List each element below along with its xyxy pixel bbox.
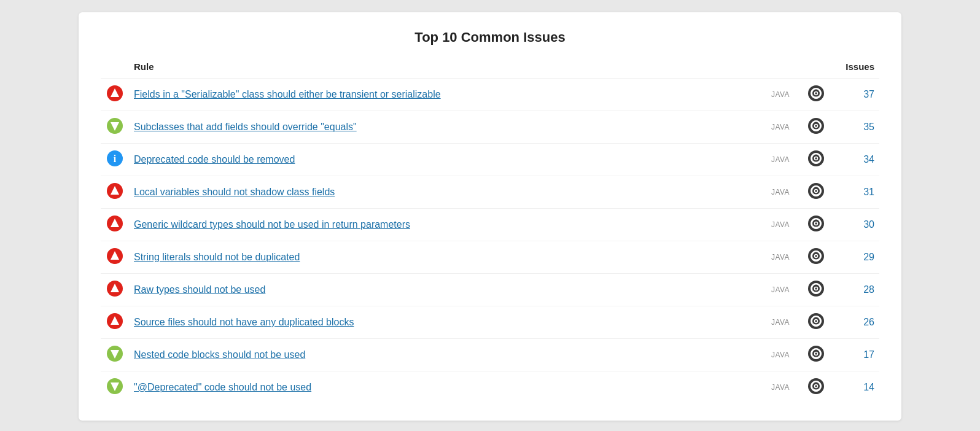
issues-count[interactable]: 17 xyxy=(830,339,879,371)
bug-icon-cell xyxy=(802,274,830,306)
col-icon xyxy=(101,58,129,79)
col-issues: Issues xyxy=(830,58,879,79)
issues-count[interactable]: 14 xyxy=(830,371,879,404)
rule-link[interactable]: Subclasses that add fields should overri… xyxy=(134,122,357,132)
svg-point-11 xyxy=(815,157,818,160)
svg-point-15 xyxy=(815,190,818,193)
col-severity xyxy=(802,58,830,79)
issues-count[interactable]: 35 xyxy=(830,111,879,144)
issues-count[interactable]: 37 xyxy=(830,79,879,111)
svg-point-3 xyxy=(815,92,818,95)
bug-icon-cell xyxy=(802,111,830,144)
rule-link[interactable]: String literals should not be duplicated xyxy=(134,252,300,262)
issues-count[interactable]: 28 xyxy=(830,274,879,306)
lang-badge: JAVA xyxy=(759,339,802,371)
severity-icon-cell xyxy=(101,209,129,241)
bug-icon-cell xyxy=(802,176,830,209)
svg-point-23 xyxy=(815,255,818,258)
table-row: Local variables should not shadow class … xyxy=(101,176,879,209)
severity-icon-cell xyxy=(101,111,129,144)
severity-icon-cell xyxy=(101,371,129,404)
svg-point-31 xyxy=(815,320,818,323)
table-row: Fields in a "Serializable" class should … xyxy=(101,79,879,111)
lang-badge: JAVA xyxy=(759,306,802,339)
table-row: Subclasses that add fields should overri… xyxy=(101,111,879,144)
severity-icon-cell xyxy=(101,274,129,306)
bug-icon-cell xyxy=(802,79,830,111)
bug-icon-cell xyxy=(802,339,830,371)
lang-badge: JAVA xyxy=(759,371,802,404)
lang-badge: JAVA xyxy=(759,209,802,241)
lang-badge: JAVA xyxy=(759,274,802,306)
page-title: Top 10 Common Issues xyxy=(101,29,879,45)
rule-link[interactable]: Raw types should not be used xyxy=(134,284,265,295)
rule-link[interactable]: Fields in a "Serializable" class should … xyxy=(134,89,441,99)
svg-point-35 xyxy=(815,352,818,355)
svg-point-7 xyxy=(815,125,818,128)
lang-badge: JAVA xyxy=(759,111,802,144)
lang-badge: JAVA xyxy=(759,176,802,209)
rule-link[interactable]: Generic wildcard types should not be use… xyxy=(134,219,410,230)
rule-cell[interactable]: String literals should not be duplicated xyxy=(129,241,759,274)
severity-icon-cell xyxy=(101,176,129,209)
table-row: Nested code blocks should not be used JA… xyxy=(101,339,879,371)
rule-cell[interactable]: Nested code blocks should not be used xyxy=(129,339,759,371)
rule-link[interactable]: Nested code blocks should not be used xyxy=(134,349,305,360)
issues-count[interactable]: 26 xyxy=(830,306,879,339)
lang-badge: JAVA xyxy=(759,144,802,176)
svg-point-27 xyxy=(815,287,818,290)
bug-icon-cell xyxy=(802,209,830,241)
rule-cell[interactable]: Source files should not have any duplica… xyxy=(129,306,759,339)
rule-cell[interactable]: Raw types should not be used xyxy=(129,274,759,306)
severity-icon-cell xyxy=(101,79,129,111)
bug-icon-cell xyxy=(802,144,830,176)
table-row: i Deprecated code should be removed JAVA… xyxy=(101,144,879,176)
top-issues-card: Top 10 Common Issues Rule Issues Fields … xyxy=(79,12,901,421)
bug-icon-cell xyxy=(802,306,830,339)
rule-link[interactable]: Source files should not have any duplica… xyxy=(134,317,354,327)
issues-count[interactable]: 34 xyxy=(830,144,879,176)
severity-icon-cell: i xyxy=(101,144,129,176)
severity-icon-cell xyxy=(101,241,129,274)
issues-count[interactable]: 31 xyxy=(830,176,879,209)
rule-cell[interactable]: Subclasses that add fields should overri… xyxy=(129,111,759,144)
svg-point-39 xyxy=(815,385,818,388)
svg-point-19 xyxy=(815,222,818,225)
rule-cell[interactable]: "@Deprecated" code should not be used xyxy=(129,371,759,404)
col-rule: Rule xyxy=(129,58,759,79)
table-row: "@Deprecated" code should not be used JA… xyxy=(101,371,879,404)
rule-cell[interactable]: Fields in a "Serializable" class should … xyxy=(129,79,759,111)
rule-link[interactable]: Deprecated code should be removed xyxy=(134,154,295,165)
svg-text:i: i xyxy=(114,153,117,164)
severity-icon-cell xyxy=(101,306,129,339)
severity-icon-cell xyxy=(101,339,129,371)
bug-icon-cell xyxy=(802,241,830,274)
issues-table: Rule Issues Fields in a "Serializable" c… xyxy=(101,58,879,403)
issues-count[interactable]: 29 xyxy=(830,241,879,274)
table-row: Raw types should not be used JAVA 28 xyxy=(101,274,879,306)
bug-icon-cell xyxy=(802,371,830,404)
rule-cell[interactable]: Deprecated code should be removed xyxy=(129,144,759,176)
issues-count[interactable]: 30 xyxy=(830,209,879,241)
lang-badge: JAVA xyxy=(759,241,802,274)
rule-cell[interactable]: Local variables should not shadow class … xyxy=(129,176,759,209)
rule-link[interactable]: Local variables should not shadow class … xyxy=(134,187,335,197)
rule-cell[interactable]: Generic wildcard types should not be use… xyxy=(129,209,759,241)
rule-link[interactable]: "@Deprecated" code should not be used xyxy=(134,382,311,392)
lang-badge: JAVA xyxy=(759,79,802,111)
table-row: String literals should not be duplicated… xyxy=(101,241,879,274)
table-row: Generic wildcard types should not be use… xyxy=(101,209,879,241)
col-lang xyxy=(759,58,802,79)
table-row: Source files should not have any duplica… xyxy=(101,306,879,339)
